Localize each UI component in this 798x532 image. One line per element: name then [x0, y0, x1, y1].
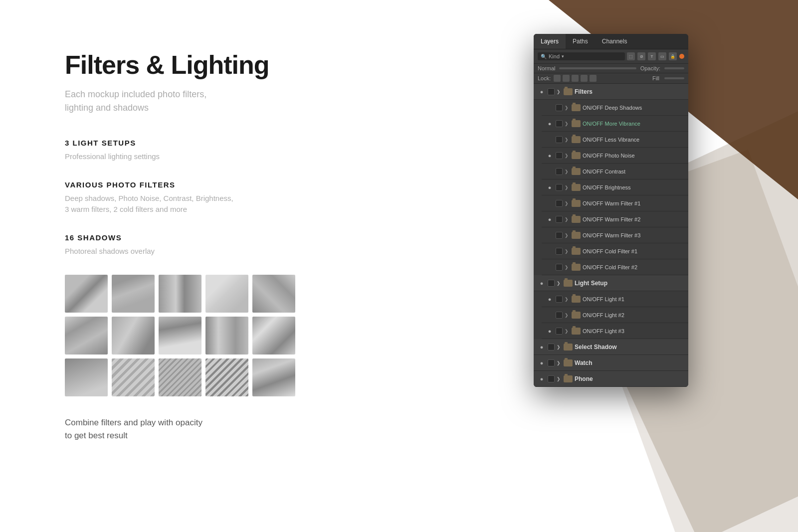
shadow-thumb-8 [159, 317, 201, 355]
eye-more-vibrance[interactable]: ● [546, 120, 554, 128]
ps-search[interactable]: 🔍 Kind ▾ [538, 52, 625, 60]
layer-row-contrast[interactable]: ❯ ON/OFF Contrast [542, 164, 688, 179]
arrow-warm-1[interactable]: ❯ [565, 201, 570, 206]
fill-bar [664, 77, 684, 79]
layer-row-cold-2[interactable]: ❯ ON/OFF Cold Filter #2 [542, 259, 688, 275]
filter-icon-circle[interactable]: ⊘ [637, 52, 645, 60]
eye-contrast[interactable] [546, 168, 554, 176]
layer-row-more-vibrance[interactable]: ● ❯ ON/OFF More Vibrance [542, 116, 688, 132]
arrow-light-2[interactable]: ❯ [565, 313, 570, 318]
blend-mode-label[interactable]: Normal [538, 65, 555, 71]
eye-select-shadow[interactable]: ● [538, 343, 546, 351]
arrow-more-vibrance[interactable]: ❯ [565, 121, 570, 126]
folder-warm-2 [572, 216, 581, 223]
checkbox-light-3[interactable] [556, 328, 563, 335]
layer-row-less-vibrance[interactable]: ❯ ON/OFF Less Vibrance [542, 132, 688, 148]
lock-icon-5[interactable] [590, 75, 597, 82]
layer-row-phone[interactable]: ● ❯ Phone [534, 371, 688, 387]
arrow-less-vibrance[interactable]: ❯ [565, 137, 570, 142]
eye-warm-3[interactable] [546, 231, 554, 239]
layer-row-warm-1[interactable]: ❯ ON/OFF Warm Filter #1 [542, 195, 688, 211]
eye-cold-2[interactable] [546, 263, 554, 271]
arrow-cold-2[interactable]: ❯ [565, 265, 570, 270]
arrow-select-shadow[interactable]: ❯ [557, 345, 562, 350]
eye-warm-1[interactable] [546, 199, 554, 207]
layer-row-light-3[interactable]: ● ❯ ON/OFF Light #3 [542, 323, 688, 339]
checkbox-light-setup[interactable] [548, 280, 555, 287]
eye-light-2[interactable] [546, 311, 554, 319]
eye-filters[interactable]: ● [538, 88, 546, 96]
group-label-phone: Phone [575, 375, 593, 382]
layer-name-warm-3: ON/OFF Warm Filter #3 [583, 232, 684, 238]
checkbox-light-1[interactable] [556, 296, 563, 303]
layer-row-brightness[interactable]: ● ❯ ON/OFF Brightness [542, 179, 688, 195]
layer-row-warm-2[interactable]: ● ❯ ON/OFF Warm Filter #2 [542, 211, 688, 227]
filter-icon-text[interactable]: T [648, 52, 656, 60]
eye-brightness[interactable]: ● [546, 183, 554, 191]
arrow-brightness[interactable]: ❯ [565, 185, 570, 190]
checkbox-watch[interactable] [548, 359, 555, 366]
arrow-light-1[interactable]: ❯ [565, 297, 570, 302]
arrow-warm-3[interactable]: ❯ [565, 233, 570, 238]
checkbox-warm-1[interactable] [556, 200, 563, 207]
arrow-photo-noise[interactable]: ❯ [565, 153, 570, 158]
checkbox-more-vibrance[interactable] [556, 120, 563, 127]
arrow-filters[interactable]: ❯ [557, 89, 562, 94]
layer-row-warm-3[interactable]: ❯ ON/OFF Warm Filter #3 [542, 227, 688, 243]
arrow-light-3[interactable]: ❯ [565, 329, 570, 334]
checkbox-warm-3[interactable] [556, 232, 563, 239]
checkbox-less-vibrance[interactable] [556, 136, 563, 143]
eye-light-setup[interactable]: ● [538, 279, 546, 287]
layer-row-photo-noise[interactable]: ● ❯ ON/OFF Photo Noise [542, 148, 688, 164]
checkbox-warm-2[interactable] [556, 216, 563, 223]
arrow-watch[interactable]: ❯ [557, 360, 562, 365]
layer-row-light-1[interactable]: ● ❯ ON/OFF Light #1 [542, 291, 688, 307]
eye-watch[interactable]: ● [538, 359, 546, 367]
arrow-contrast[interactable]: ❯ [565, 169, 570, 174]
tab-channels[interactable]: Channels [595, 34, 634, 49]
filter-icon-dot[interactable] [679, 54, 684, 59]
checkbox-light-2[interactable] [556, 312, 563, 319]
tab-layers[interactable]: Layers [534, 34, 566, 49]
checkbox-cold-1[interactable] [556, 248, 563, 255]
eye-light-3[interactable]: ● [546, 327, 554, 335]
checkbox-contrast[interactable] [556, 168, 563, 175]
lock-icon-2[interactable] [563, 75, 570, 82]
layer-row-watch[interactable]: ● ❯ Watch [534, 355, 688, 371]
arrow-light-setup[interactable]: ❯ [557, 281, 562, 286]
lock-icon-4[interactable] [581, 75, 588, 82]
layer-row-select-shadow[interactable]: ● ❯ Select Shadow [534, 339, 688, 355]
eye-deep-shadows[interactable] [546, 104, 554, 112]
eye-light-1[interactable]: ● [546, 295, 554, 303]
eye-phone[interactable]: ● [538, 375, 546, 383]
layer-row-deep-shadows[interactable]: ❯ ON/OFF Deep Shadows [542, 100, 688, 116]
eye-photo-noise[interactable]: ● [546, 152, 554, 160]
arrow-warm-2[interactable]: ❯ [565, 217, 570, 222]
filter-icon-pixel[interactable]: ⬚ [627, 52, 635, 60]
checkbox-brightness[interactable] [556, 184, 563, 191]
eye-warm-2[interactable]: ● [546, 215, 554, 223]
arrow-phone[interactable]: ❯ [557, 376, 562, 381]
checkbox-filters[interactable] [548, 88, 555, 95]
checkbox-select-shadow[interactable] [548, 344, 555, 351]
filter-icon-smart[interactable]: 🔒 [669, 52, 677, 60]
folder-light-setup [564, 280, 573, 287]
ps-kind-dropdown[interactable]: ▾ [562, 54, 564, 59]
checkbox-cold-2[interactable] [556, 264, 563, 271]
checkbox-photo-noise[interactable] [556, 152, 563, 159]
folder-photo-noise [572, 152, 581, 159]
lock-icon-1[interactable] [554, 75, 561, 82]
arrow-cold-1[interactable]: ❯ [565, 249, 570, 254]
layer-row-light-2[interactable]: ❯ ON/OFF Light #2 [542, 307, 688, 323]
layer-row-cold-1[interactable]: ❯ ON/OFF Cold Filter #1 [542, 243, 688, 259]
filter-icon-shape[interactable]: ▭ [658, 52, 666, 60]
lock-icon-3[interactable] [572, 75, 579, 82]
eye-less-vibrance[interactable] [546, 136, 554, 144]
layer-row-filters-group[interactable]: ● ❯ Filters [534, 84, 688, 100]
checkbox-phone[interactable] [548, 375, 555, 382]
eye-cold-1[interactable] [546, 247, 554, 255]
arrow-deep-shadows[interactable]: ❯ [565, 105, 570, 110]
checkbox-deep-shadows[interactable] [556, 104, 563, 111]
layer-row-light-setup-group[interactable]: ● ❯ Light Setup [534, 275, 688, 291]
tab-paths[interactable]: Paths [566, 34, 595, 49]
